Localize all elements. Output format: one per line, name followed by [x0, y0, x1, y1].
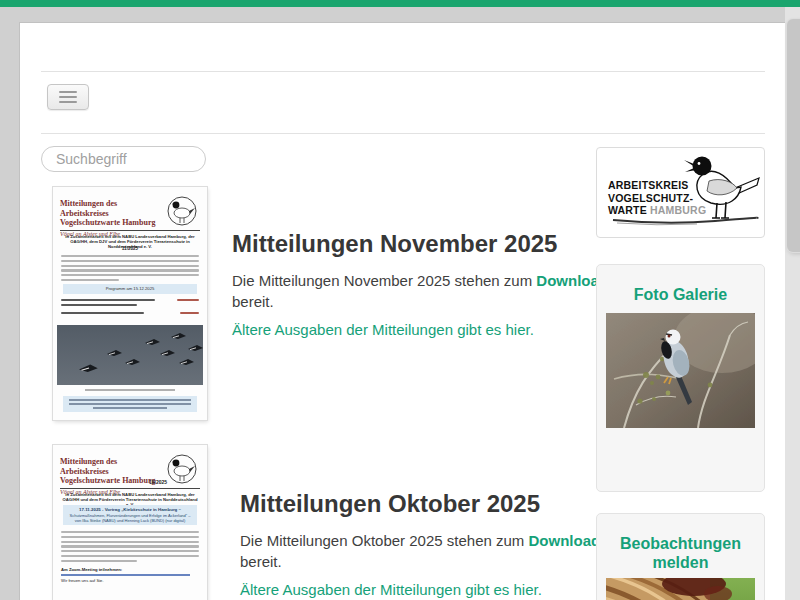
logo-box: ARBEITSKREIS VOGELSCHUTZ- WARTE HAMBURG	[596, 147, 765, 238]
article-oktober: Mitteilungen Oktober 2025 Die Mitteilung…	[240, 488, 625, 600]
older-issues-link[interactable]: Ältere Ausgaben der Mitteilungen gibt es…	[240, 581, 542, 598]
article-body: Die Mitteilungen November 2025 stehen zu…	[232, 270, 617, 312]
pdf-zoom-line: Am Zoom-Meeting teilnehmen:	[61, 567, 122, 572]
content-card: Mitteilungen des Arbeitskreises Vogelsch…	[20, 23, 785, 600]
pdf-program-box: Programm am 15.12.2025	[63, 284, 197, 294]
pdf-thumbnail-oktober[interactable]: Mitteilungen des Arbeitskreises Vogelsch…	[53, 445, 207, 600]
divider	[41, 71, 765, 72]
pdf-meeting-link	[61, 574, 190, 576]
search-input[interactable]	[41, 146, 206, 172]
download-link[interactable]: Download	[529, 532, 601, 549]
geese-photo	[57, 325, 203, 385]
menu-button[interactable]	[47, 84, 89, 110]
pdf-paragraph	[61, 531, 199, 564]
pdf-paragraph	[61, 255, 199, 284]
scrollbar[interactable]	[785, 7, 800, 600]
pdf-thumbnail-november[interactable]: Mitteilungen des Arbeitskreises Vogelsch…	[53, 187, 207, 420]
logo-text: ARBEITSKREIS VOGELSCHUTZ- WARTE HAMBURG	[608, 179, 706, 217]
gull-sketch-icon	[163, 452, 201, 486]
article-november: Mitteilungen November 2025 Die Mitteilun…	[232, 228, 617, 340]
pdf-event-box: 17.11.2025 - Vortrag „Kiebitzschutz in H…	[63, 505, 197, 525]
beobachtungen-box: Beobachtungen melden	[596, 513, 765, 600]
divider	[41, 133, 765, 134]
foto-galerie-box: Foto Galerie	[596, 264, 765, 492]
feathers-photo[interactable]	[606, 578, 755, 600]
foto-galerie-heading: Foto Galerie	[597, 265, 764, 304]
menu-icon	[59, 91, 77, 93]
pdf-photo-caption	[53, 389, 207, 391]
beobachtungen-heading: Beobachtungen melden	[597, 514, 764, 572]
kite-photo[interactable]	[606, 313, 755, 428]
older-issues-link[interactable]: Ältere Ausgaben der Mitteilungen gibt es…	[232, 321, 534, 338]
pdf-closing-line: Wir freuen uns auf Sie.	[61, 578, 104, 583]
article-body: Die Mitteilungen Oktober 2025 stehen zum…	[240, 530, 625, 572]
gull-sketch-icon	[163, 194, 201, 228]
top-accent-bar	[0, 0, 800, 7]
scrollbar-thumb[interactable]	[787, 19, 800, 252]
pdf-issue: 11/2025	[53, 246, 207, 251]
article-title: Mitteilungen Oktober 2025	[240, 488, 625, 520]
article-title: Mitteilungen November 2025	[232, 228, 617, 260]
